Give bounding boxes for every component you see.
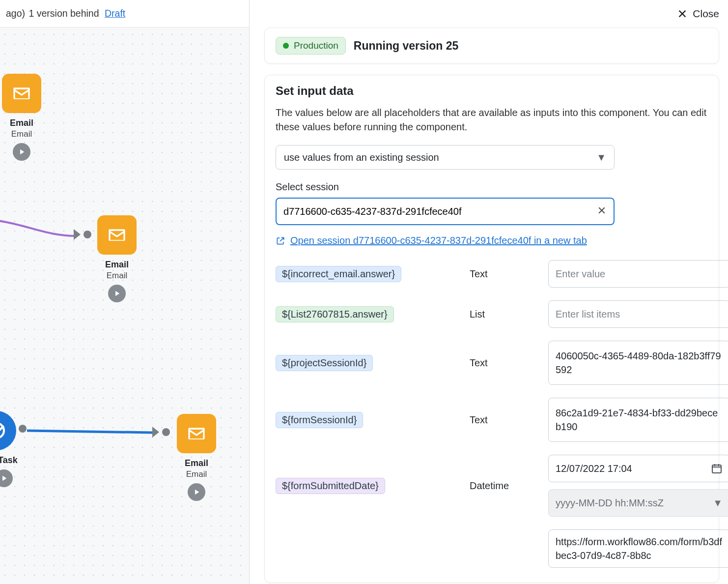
node-title: n Task: [0, 455, 18, 466]
environment-pill: Production: [276, 37, 346, 55]
clear-session-button[interactable]: [597, 205, 607, 218]
type-label: Text: [470, 357, 548, 369]
mail-icon: [177, 414, 216, 453]
side-panel: Close Production Running version 25 Set …: [250, 0, 728, 584]
value-input[interactable]: 86c2a1d9-21e7-4834-bf33-dd29beceb190: [548, 398, 728, 442]
session-select[interactable]: [276, 198, 615, 225]
run-node-button[interactable]: [0, 469, 13, 487]
node-email-1[interactable]: Email Email: [2, 74, 41, 161]
value-input[interactable]: https://form.workflow86.com/form/b3dfbec…: [548, 529, 728, 568]
node-email-2[interactable]: Email Email: [97, 215, 137, 302]
mail-icon: [97, 215, 137, 255]
status-card: Production Running version 25: [264, 28, 719, 64]
node-subtitle: Email: [186, 469, 207, 479]
datetime-value: 12/07/2022 17:04: [556, 463, 711, 474]
task-icon: [0, 411, 16, 450]
node-email-3[interactable]: Email Email: [177, 414, 216, 501]
open-session-link[interactable]: Open session d7716600-c635-4237-837d-291…: [276, 235, 708, 246]
session-input[interactable]: [283, 206, 592, 217]
node-title: Email: [10, 118, 33, 128]
type-label: Text: [470, 268, 548, 280]
input-data-card: Set input data The values below are all …: [264, 75, 719, 583]
placeholder-chip: ${formSessionId}: [276, 412, 363, 428]
svg-rect-1: [712, 465, 721, 473]
header-prefix: ago): [6, 8, 25, 19]
select-value: use values from an existing session: [284, 152, 439, 163]
date-format-select[interactable]: yyyy-MM-DD hh:MM:ssZ ▼: [548, 489, 728, 517]
workflow-canvas[interactable]: ago) 1 version behind Draft Email Email …: [0, 0, 250, 584]
canvas-header: ago) 1 version behind Draft: [0, 0, 249, 28]
run-node-button[interactable]: [188, 483, 205, 501]
value-input[interactable]: Enter list items: [548, 300, 728, 328]
node-subtitle: Email: [11, 129, 32, 139]
section-description: The values below are all placeholders th…: [276, 106, 708, 134]
type-label: Text: [470, 414, 548, 426]
node-title: Email: [105, 260, 129, 270]
external-link-icon: [276, 236, 285, 246]
value-input[interactable]: 4060050c-4365-4489-80da-182b3ff79592: [548, 341, 728, 385]
output-port[interactable]: [19, 425, 27, 433]
section-title: Set input data: [276, 84, 708, 98]
input-port[interactable]: [74, 229, 91, 240]
close-icon: [677, 8, 688, 19]
environment-label: Production: [294, 40, 338, 51]
placeholder-chip: ${formSubmittedDate}: [276, 478, 385, 494]
close-icon: [597, 205, 607, 215]
placeholder-chip: ${projectSessionId}: [276, 355, 373, 371]
open-session-text: Open session d7716600-c635-4237-837d-291…: [290, 235, 587, 246]
run-node-button[interactable]: [13, 143, 30, 161]
run-node-button[interactable]: [108, 285, 126, 302]
svg-point-0: [0, 423, 4, 438]
inputs-table: ${incorrect_email.answer} Text Enter val…: [276, 260, 708, 568]
placeholder-chip: ${incorrect_email.answer}: [276, 266, 401, 282]
type-label: List: [470, 309, 548, 320]
close-label: Close: [693, 8, 719, 20]
version-behind-text: 1 version behind: [26, 8, 102, 19]
value-input[interactable]: Enter value: [548, 260, 728, 288]
running-version-label: Running version 25: [354, 39, 458, 53]
datetime-input[interactable]: 12/07/2022 17:04: [548, 455, 728, 482]
placeholder-chip: ${List27607815.answer}: [276, 306, 394, 322]
chevron-down-icon: ▼: [596, 152, 606, 163]
date-format-value: yyyy-MM-DD hh:MM:ssZ: [556, 497, 713, 509]
input-port[interactable]: [152, 427, 170, 438]
node-task[interactable]: n Task: [0, 411, 18, 487]
status-dot-icon: [283, 43, 289, 49]
session-select-label: Select session: [276, 181, 708, 193]
mail-icon: [2, 74, 41, 113]
node-subtitle: Email: [107, 271, 128, 281]
draft-link[interactable]: Draft: [105, 8, 125, 19]
chevron-down-icon: ▼: [713, 497, 723, 509]
close-button[interactable]: Close: [677, 8, 719, 20]
type-label: Datetime: [470, 480, 548, 492]
value-source-select[interactable]: use values from an existing session ▼: [276, 145, 615, 170]
node-title: Email: [185, 458, 208, 468]
calendar-icon: [711, 463, 723, 474]
